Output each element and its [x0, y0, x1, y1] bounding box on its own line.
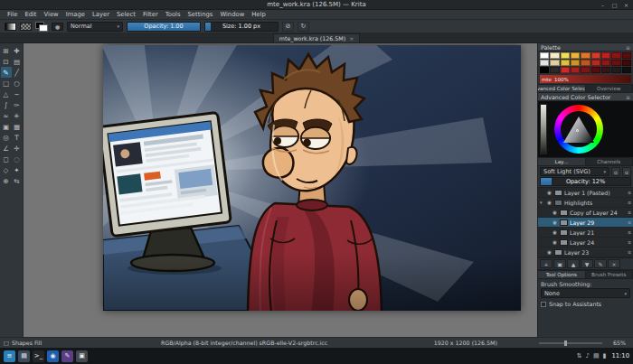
delete-layer-button[interactable]: × — [608, 259, 620, 268]
inherit-alpha-toggle[interactable]: α — [611, 167, 620, 176]
shade-strip[interactable] — [540, 104, 547, 154]
menu-select[interactable]: Select — [113, 11, 139, 18]
advanced-color-selector-header[interactable]: Advanced Color Selector ≡ — [538, 93, 633, 101]
eraser-mode-button[interactable]: ⊘ — [282, 22, 294, 32]
image-viewer[interactable]: ▣ — [76, 350, 88, 362]
layer-visibility-icon[interactable]: ◉ — [546, 190, 553, 195]
palette-swatch[interactable] — [550, 60, 559, 66]
close-button[interactable]: × — [622, 2, 630, 8]
crop-tool[interactable]: ⊡ — [1, 56, 12, 67]
layer-row[interactable]: ◉Copy of Layer 24α — [538, 208, 633, 218]
layer-blend-mode-dropdown[interactable]: Soft Light (SVG) ▾ — [540, 167, 609, 176]
rectangle-tool[interactable]: □ — [1, 78, 12, 89]
palette-swatch[interactable] — [561, 52, 570, 59]
menu-filter[interactable]: Filter — [139, 11, 162, 18]
zoom-slider[interactable] — [539, 342, 602, 344]
palette-swatch[interactable] — [540, 60, 549, 66]
palette-swatch[interactable] — [571, 60, 580, 66]
duplicate-layer-button[interactable]: ▣ — [553, 259, 566, 268]
multibrush-tool[interactable]: ✳ — [12, 110, 23, 121]
group-expander-icon[interactable]: ▾ — [540, 200, 544, 205]
pattern-edit-tool[interactable]: ▦ — [12, 121, 23, 132]
foreground-background-colors[interactable] — [35, 22, 48, 32]
layer-alpha-icon[interactable]: α — [628, 229, 631, 235]
menu-settings[interactable]: Settings — [184, 11, 217, 18]
gradient-tool[interactable]: ▤ — [12, 56, 23, 67]
blend-mode-dropdown[interactable]: Normal ▾ — [67, 22, 123, 32]
palette-docker-header[interactable]: Palette ≡ — [538, 43, 633, 51]
elliptical-select-tool[interactable]: ◌ — [12, 154, 23, 164]
clipboard-tray-icon[interactable]: ▤ — [593, 352, 600, 359]
menu-file[interactable]: File — [4, 11, 21, 18]
transform-tool[interactable]: ⊞ — [1, 45, 12, 56]
measure-tool[interactable]: ∠ — [1, 143, 12, 154]
pan-tool[interactable]: ⇆ — [12, 175, 23, 186]
terminal[interactable]: >_ — [33, 350, 44, 362]
minimize-button[interactable]: – — [599, 2, 607, 8]
layer-alpha-icon[interactable]: α — [628, 210, 631, 215]
reload-preset-button[interactable]: ↻ — [298, 22, 309, 32]
layer-row[interactable]: ◉Layer 1 (Pasted)α — [538, 188, 633, 198]
palette-swatch[interactable] — [540, 67, 549, 73]
krita-app[interactable]: ✎ — [61, 350, 73, 362]
document-tab[interactable]: mte_work.kra (126.5M) × — [273, 33, 360, 42]
menu-view[interactable]: View — [41, 11, 62, 18]
palette-swatch[interactable] — [561, 67, 570, 73]
layer-visibility-icon[interactable]: ◉ — [552, 210, 558, 215]
menu-edit[interactable]: Edit — [21, 11, 40, 18]
layer-alpha-icon[interactable]: α — [628, 239, 631, 245]
palette-swatch[interactable] — [601, 60, 610, 66]
palette-swatch[interactable] — [550, 67, 559, 73]
color-selector[interactable] — [538, 101, 633, 157]
maximize-button[interactable]: □ — [610, 2, 619, 8]
tab-channels[interactable]: Channels — [586, 158, 633, 165]
palette-swatch[interactable] — [611, 60, 620, 66]
tab-close-icon[interactable]: × — [349, 35, 354, 42]
layer-visibility-icon[interactable]: ◉ — [552, 229, 558, 235]
layer-visibility-icon[interactable]: ◉ — [546, 249, 553, 255]
move-layer-up-button[interactable]: ▲ — [567, 259, 580, 268]
canvas-area[interactable] — [24, 43, 537, 337]
freehand-brush-tool[interactable]: ✎ — [1, 67, 12, 78]
docker-menu-icon[interactable]: ≡ — [626, 44, 630, 51]
toolbar-size-slider[interactable]: Size: 1.00 px — [204, 22, 279, 32]
palette-swatch[interactable] — [591, 67, 600, 73]
layer-row[interactable]: ◉Layer 21α — [538, 228, 633, 238]
layer-visibility-icon[interactable]: ◉ — [552, 219, 558, 225]
volume-tray-icon[interactable]: ♪ — [585, 352, 589, 359]
menu-tools[interactable]: Tools — [162, 11, 184, 18]
similar-select-tool[interactable]: ✦ — [12, 164, 23, 175]
dynamic-brush-tool[interactable]: ≈ — [1, 110, 12, 121]
tab-advanced-color-selector[interactable]: Advanced Color Selector — [538, 85, 586, 92]
palette-swatch[interactable] — [550, 52, 559, 59]
selector-settings-icon[interactable]: ≡ — [626, 94, 630, 100]
palette-swatch[interactable] — [601, 67, 610, 73]
tab-layers[interactable]: Lay... — [538, 158, 586, 165]
add-layer-button[interactable]: + — [540, 259, 553, 268]
menu-image[interactable]: Image — [62, 11, 89, 18]
layer-visibility-icon[interactable]: ◉ — [546, 200, 553, 205]
menu-layer[interactable]: Layer — [89, 11, 113, 18]
move-tool[interactable]: ✚ — [12, 45, 23, 56]
palette-footer[interactable]: mte 100% — [540, 75, 631, 83]
zoom-slider-handle[interactable] — [564, 341, 567, 346]
battery-tray-icon[interactable]: ▮ — [603, 352, 607, 359]
web-browser[interactable]: ◉ — [47, 350, 59, 362]
layer-alpha-icon[interactable]: α — [628, 190, 631, 195]
layer-row[interactable]: ◉Layer 29α — [538, 218, 633, 228]
palette-swatch[interactable] — [581, 67, 590, 73]
palette-swatch[interactable] — [622, 60, 631, 66]
layer-alpha-icon[interactable]: α — [628, 249, 631, 255]
titlebar[interactable]: mte_work.kra (126.5M) — Krita – □ × — [0, 0, 633, 10]
file-manager[interactable]: ▤ — [18, 350, 30, 362]
layer-row[interactable]: ◉Layer 24α — [538, 238, 633, 247]
palette-swatch[interactable] — [601, 52, 610, 59]
tab-brush-presets[interactable]: Brush Presets — [586, 271, 633, 278]
application-menu[interactable]: ≡ — [4, 350, 15, 362]
canvas-artwork[interactable] — [103, 45, 521, 311]
network-tray-icon[interactable]: ⇅ — [577, 352, 582, 359]
zoom-tool[interactable]: ⊕ — [1, 175, 12, 186]
polygonal-select-tool[interactable]: ◇ — [1, 164, 12, 175]
line-tool[interactable]: ╱ — [12, 67, 23, 78]
menu-window[interactable]: Window — [216, 11, 248, 18]
